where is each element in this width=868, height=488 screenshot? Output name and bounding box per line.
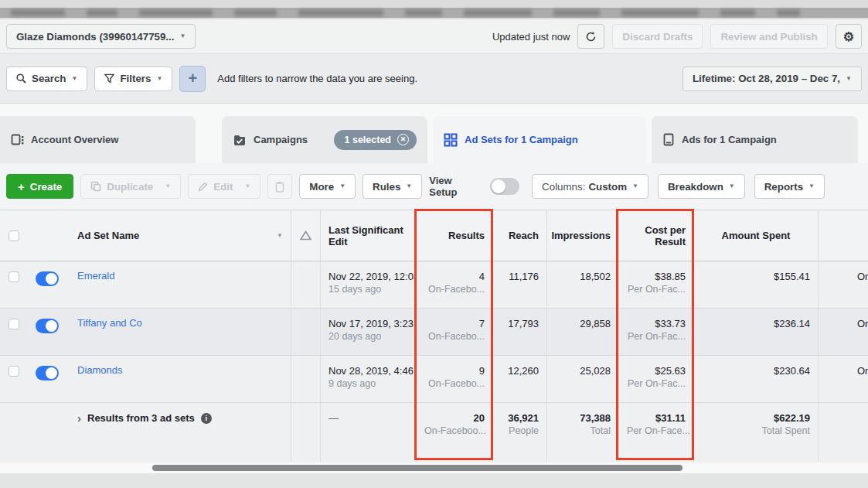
view-setup-toggle[interactable] — [490, 178, 519, 195]
chevron-down-icon: ▼ — [71, 76, 77, 82]
last-edit-date: Nov 17, 2019, 3:23 ... — [328, 317, 408, 330]
table-row-emerald: Emerald Nov 22, 2019, 12:03...15 days ag… — [0, 261, 868, 309]
amount-spent-value: $155.41 — [702, 270, 810, 283]
tab-account-overview-label: Account Overview — [31, 134, 118, 145]
settings-button[interactable]: ⚙ — [836, 24, 862, 49]
last-edit-date: Nov 22, 2019, 12:03... — [328, 270, 408, 283]
summary-results-value: 20 — [424, 411, 485, 425]
tab-ads[interactable]: Ads for 1 Campaign — [652, 116, 858, 163]
funnel-icon — [104, 73, 114, 84]
reach-value: 12,260 — [501, 364, 539, 377]
tab-campaigns[interactable]: Campaigns 1 selected ✕ — [222, 116, 427, 163]
duplicate-icon — [90, 181, 101, 192]
impressions-value: 29,858 — [555, 317, 611, 330]
chevron-down-icon: ▼ — [165, 183, 171, 189]
delivery-cell — [291, 309, 320, 355]
chevron-down-icon: ▼ — [729, 183, 735, 189]
summary-impressions-value: 73,388 — [555, 411, 611, 425]
clear-selection-icon[interactable]: ✕ — [397, 134, 409, 145]
edit-button[interactable]: Edit ▼ — [188, 174, 260, 199]
ad-set-status-toggle[interactable] — [36, 319, 59, 333]
discard-drafts-button[interactable]: Discard Drafts — [612, 24, 703, 49]
add-filter-button[interactable]: + — [179, 66, 206, 92]
sort-caret-icon[interactable]: ▼ — [277, 232, 283, 239]
review-publish-button[interactable]: Review and Publish — [710, 24, 827, 49]
duplicate-button[interactable]: Duplicate ▼ — [80, 174, 181, 199]
summary-spent-sub: Total Spent — [702, 425, 810, 438]
impressions-value: 25,028 — [555, 364, 611, 377]
edit-label: Edit — [213, 181, 233, 193]
summary-reach-sub: People — [501, 425, 539, 438]
cost-per-result-type: Per On-Fac... — [627, 330, 686, 343]
date-range-selector[interactable]: Lifetime: Oct 28, 2019 – Dec 7, ▼ — [682, 67, 862, 91]
create-button[interactable]: + Create — [6, 174, 73, 199]
results-value: 7 — [424, 317, 485, 330]
account-selector[interactable]: Glaze Diamonds (39960147759... ▼ — [6, 24, 196, 49]
filters-button[interactable]: Filters ▼ — [94, 67, 172, 91]
updated-status: Updated just now — [492, 31, 570, 43]
ad-set-status-toggle[interactable] — [36, 366, 59, 381]
more-button[interactable]: More ▼ — [299, 174, 356, 199]
summary-cpr-value: $31.11 — [627, 411, 686, 425]
chevron-down-icon: ▼ — [244, 183, 250, 189]
table-row-tiffany: Tiffany and Co Nov 17, 2019, 3:23 ...20 … — [0, 309, 868, 356]
ad-set-name-link[interactable]: Tiffany and Co — [77, 317, 142, 329]
tab-ad-sets-label: Ad Sets for 1 Campaign — [465, 134, 578, 145]
col-header-last-edit[interactable]: Last Significant Edit — [320, 210, 416, 261]
summary-reach-value: 36,921 — [501, 411, 539, 425]
col-header-impressions[interactable]: Impressions — [546, 210, 618, 261]
columns-value-label: Custom — [588, 181, 627, 193]
last-edit-ago: 9 days ago — [328, 377, 408, 391]
selected-count-badge[interactable]: 1 selected ✕ — [334, 130, 417, 150]
horizontal-scrollbar[interactable] — [152, 465, 682, 471]
table-header-row: Ad Set Name ▼ Last Significant Edit Resu… — [0, 210, 868, 261]
create-label: Create — [30, 181, 63, 193]
col-header-results[interactable]: Results — [416, 210, 492, 261]
col-header-delivery[interactable] — [291, 210, 320, 261]
ad-set-name-link[interactable]: Emerald — [77, 270, 114, 282]
chevron-down-icon: ▼ — [632, 183, 638, 189]
select-all-checkbox[interactable] — [9, 230, 19, 241]
cost-per-result-value: $25.63 — [627, 364, 686, 377]
tab-campaigns-label: Campaigns — [254, 134, 308, 145]
campaign-tabs-bar: Account Overview Campaigns 1 selected ✕ … — [0, 104, 868, 163]
date-range-label: Lifetime: Oct 28, 2019 – Dec 7, — [693, 73, 840, 84]
impressions-value: 18,502 — [555, 270, 611, 283]
last-edit-ago: 15 days ago — [328, 283, 408, 296]
summary-results-type: On-Faceboo... — [424, 425, 485, 438]
row-checkbox[interactable] — [9, 366, 19, 377]
expand-chevron-icon[interactable]: › — [77, 411, 81, 425]
col-header-reach[interactable]: Reach — [492, 210, 546, 261]
pencil-icon — [198, 182, 208, 192]
row-checkbox[interactable] — [9, 271, 19, 282]
ad-sets-grid-icon — [444, 133, 458, 147]
plus-icon: + — [18, 180, 25, 193]
reports-button[interactable]: Reports ▼ — [754, 174, 825, 199]
app-header-bar: Glaze Diamonds (39960147759... ▼ Updated… — [0, 19, 868, 54]
refresh-button[interactable] — [577, 24, 604, 49]
row-checkbox[interactable] — [9, 319, 19, 329]
plus-icon: + — [188, 70, 197, 87]
info-icon[interactable]: i — [201, 413, 212, 424]
col-header-amount-spent[interactable]: Amount Spent — [693, 210, 818, 261]
ad-set-status-toggle[interactable] — [36, 271, 59, 286]
results-value: 9 — [424, 364, 485, 377]
cost-per-result-type: Per On-Fac... — [627, 377, 686, 391]
more-label: More — [309, 181, 334, 193]
breakdown-button[interactable]: Breakdown ▼ — [658, 174, 745, 199]
columns-button[interactable]: Columns: Custom ▼ — [532, 174, 648, 199]
breakdown-label: Breakdown — [668, 181, 723, 193]
columns-prefix-label: Columns: — [542, 181, 585, 193]
col-header-cost-per-result[interactable]: Cost per Result — [618, 210, 693, 261]
ad-set-name-link[interactable]: Diamonds — [77, 364, 123, 376]
bottom-margin-strip — [0, 473, 868, 488]
account-overview-icon — [11, 133, 24, 146]
tab-account-overview[interactable]: Account Overview — [0, 116, 196, 163]
chevron-down-icon: ▼ — [846, 76, 852, 82]
rules-button[interactable]: Rules ▼ — [363, 174, 422, 199]
discard-drafts-label: Discard Drafts — [622, 31, 693, 43]
col-header-ad-set-name[interactable]: Ad Set Name ▼ — [70, 210, 291, 261]
tab-ad-sets[interactable]: Ad Sets for 1 Campaign — [433, 116, 646, 163]
clipboard-button[interactable] — [267, 174, 292, 199]
search-button[interactable]: Search ▼ — [6, 67, 87, 91]
